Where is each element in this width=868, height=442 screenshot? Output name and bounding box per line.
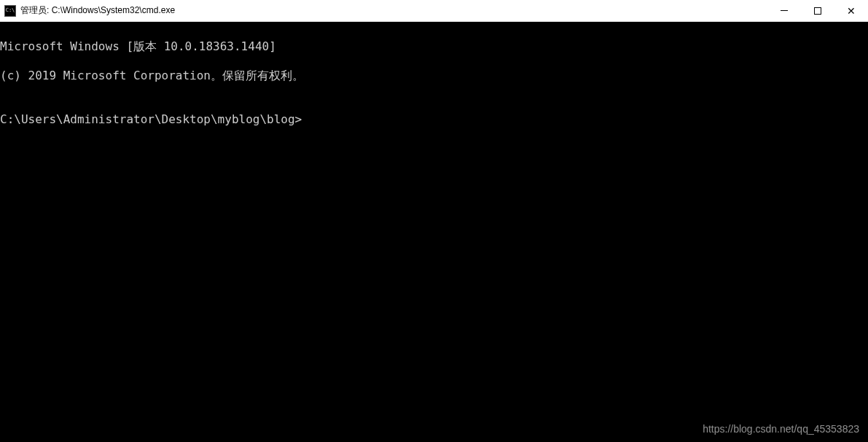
window-title: 管理员: C:\Windows\System32\cmd.exe <box>20 4 175 17</box>
maximize-button[interactable] <box>801 0 834 21</box>
minimize-button[interactable] <box>767 0 801 21</box>
terminal-prompt: C:\Users\Administrator\Desktop\myblog\bl… <box>0 112 868 127</box>
minimize-icon <box>781 10 788 11</box>
cmd-icon-label: C:\ <box>6 8 15 13</box>
terminal-body[interactable]: Microsoft Windows [版本 10.0.18363.1440] (… <box>0 22 868 141</box>
watermark: https://blog.csdn.net/qq_45353823 <box>703 423 859 435</box>
terminal-copyright-line: (c) 2019 Microsoft Corporation。保留所有权利。 <box>0 69 868 83</box>
close-button[interactable]: ✕ <box>834 0 868 21</box>
close-icon: ✕ <box>847 6 856 16</box>
title-bar: C:\ 管理员: C:\Windows\System32\cmd.exe ✕ <box>0 0 868 22</box>
title-left: C:\ 管理员: C:\Windows\System32\cmd.exe <box>0 4 175 17</box>
terminal-version-line: Microsoft Windows [版本 10.0.18363.1440] <box>0 39 868 54</box>
window-controls: ✕ <box>767 0 868 21</box>
maximize-icon <box>814 7 821 15</box>
cmd-icon: C:\ <box>4 5 16 17</box>
